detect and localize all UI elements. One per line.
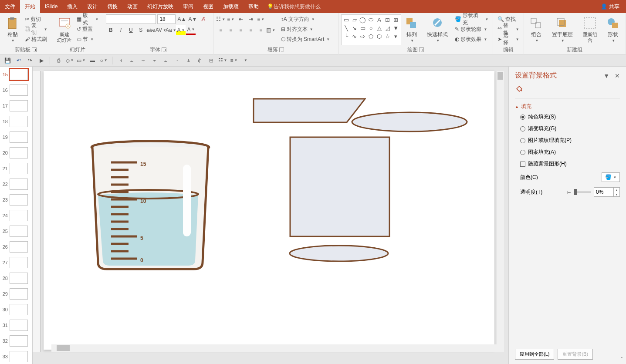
- qat-btn-5[interactable]: ○▼: [99, 56, 108, 65]
- indent-button[interactable]: ⇥: [246, 14, 256, 24]
- shape-outline-button[interactable]: ✎形状轮廓▼: [453, 24, 490, 34]
- thumb-24[interactable]: 24: [0, 208, 32, 223]
- outdent-button[interactable]: ⇤: [236, 14, 246, 24]
- thumb-29[interactable]: 29: [0, 286, 32, 302]
- thumb-30[interactable]: 30: [0, 302, 32, 317]
- shape-star-icon[interactable]: ☆: [384, 32, 392, 40]
- quickstyle-button[interactable]: 快速样式▼: [423, 14, 453, 45]
- spin-up-button[interactable]: ▲: [613, 188, 619, 192]
- trapezoid-shape[interactable]: [253, 98, 366, 123]
- spin-down-button[interactable]: ▼: [613, 192, 619, 196]
- align-c-button[interactable]: ⫠: [127, 56, 137, 65]
- shape-expand-icon[interactable]: ▾: [392, 32, 400, 40]
- bullets-button[interactable]: ☷▼: [216, 14, 226, 24]
- layout-button[interactable]: ▦版式▼: [75, 14, 100, 24]
- panel-close-button[interactable]: ✕: [615, 72, 620, 79]
- thumb-15[interactable]: 15: [0, 67, 32, 82]
- case-button[interactable]: Aa▼: [166, 25, 176, 35]
- qat-btn-2[interactable]: ◇▼: [65, 56, 74, 65]
- menu-animations[interactable]: 动画: [122, 0, 142, 13]
- paragraph-launcher[interactable]: [279, 47, 284, 52]
- font-family-input[interactable]: [106, 14, 156, 24]
- align-right-button[interactable]: ≡: [236, 25, 246, 35]
- regroup-button[interactable]: 重新组合: [578, 14, 602, 45]
- ellipse-shape-bottom[interactable]: [288, 244, 389, 263]
- bold-button[interactable]: B: [106, 25, 115, 35]
- font-size-input[interactable]: 18: [157, 14, 176, 24]
- align-m-button[interactable]: ⫠: [161, 56, 171, 65]
- font-color-button[interactable]: A▼: [186, 25, 196, 35]
- thumb-19[interactable]: 19: [0, 129, 32, 145]
- shrink-font-button[interactable]: A▼: [188, 14, 197, 24]
- menu-file[interactable]: 文件: [0, 0, 20, 13]
- fill-tab-icon[interactable]: [515, 84, 524, 93]
- pattern-fill-radio[interactable]: 图案填充(A): [515, 146, 620, 158]
- redo-button[interactable]: ↷: [25, 56, 35, 65]
- shape-textbox-icon[interactable]: ⊡: [384, 16, 392, 24]
- reset-button[interactable]: ↺重置: [75, 24, 100, 34]
- tellme-search[interactable]: 💡 告诉我你想要做什么: [267, 3, 321, 10]
- menu-view[interactable]: 视图: [198, 0, 218, 13]
- arrange-button[interactable]: 排列▼: [402, 14, 422, 45]
- font-launcher[interactable]: [162, 47, 166, 52]
- menu-home[interactable]: 开始: [20, 0, 40, 13]
- columns-button[interactable]: ▥▼: [266, 25, 276, 35]
- thumb-33[interactable]: 33: [0, 349, 32, 364]
- shape-elbow-icon[interactable]: └: [342, 32, 350, 40]
- qat-para-button[interactable]: ≡▼: [229, 56, 239, 65]
- thumb-32[interactable]: 32: [0, 333, 32, 349]
- shape-rect3-icon[interactable]: ▭: [359, 24, 367, 32]
- menu-islide[interactable]: iSlide: [40, 0, 62, 13]
- thumb-25[interactable]: 25: [0, 223, 32, 239]
- shape-hex-icon[interactable]: ⬡: [376, 32, 383, 40]
- numbering-button[interactable]: ≡▼: [226, 14, 236, 24]
- menu-insert[interactable]: 插入: [62, 0, 82, 13]
- align-center-button[interactable]: ≡: [226, 25, 236, 35]
- slide-canvas[interactable]: 15 10 5 0: [44, 71, 494, 350]
- shadow-button[interactable]: S: [136, 25, 146, 35]
- sendback-button[interactable]: 置于底层▼: [547, 14, 577, 45]
- shape-more-icon[interactable]: ⊞: [392, 16, 400, 24]
- save-button[interactable]: 💾: [3, 56, 12, 65]
- painter-button[interactable]: 🖌格式刷: [23, 34, 49, 44]
- copy-button[interactable]: ⿻复制▼: [23, 24, 49, 34]
- qat-btn-4[interactable]: ▬: [88, 56, 97, 65]
- menu-design[interactable]: 设计: [82, 0, 102, 13]
- menu-transitions[interactable]: 切换: [102, 0, 122, 13]
- shape-pent-icon[interactable]: ⬠: [367, 32, 375, 40]
- align-t-button[interactable]: ⫟: [150, 56, 159, 65]
- drawing-launcher[interactable]: [419, 47, 424, 52]
- picture-fill-radio[interactable]: 图片或纹理填充(P): [515, 135, 620, 146]
- menu-help[interactable]: 帮助: [244, 0, 264, 13]
- color-picker-button[interactable]: 🪣▼: [602, 172, 620, 182]
- qat-more-button[interactable]: ⊟: [206, 56, 216, 65]
- qat-btn-1[interactable]: ⎙: [54, 56, 63, 65]
- dist-h-button[interactable]: ⫝: [184, 56, 193, 65]
- shape-rtri-icon[interactable]: ◿: [384, 24, 392, 32]
- thumb-26[interactable]: 26: [0, 239, 32, 255]
- highlight-button[interactable]: A▼: [176, 25, 186, 35]
- menu-review[interactable]: 审阅: [178, 0, 198, 13]
- shape-scroll-icon[interactable]: ▼: [392, 24, 400, 32]
- align-left-button[interactable]: ≡: [216, 25, 226, 35]
- linespacing-button[interactable]: ≡▼: [256, 14, 266, 24]
- shape-cylinder-icon[interactable]: ⬭: [367, 16, 375, 24]
- shape-tri-icon[interactable]: △: [376, 24, 383, 32]
- shape-rect-icon[interactable]: ▭: [342, 16, 350, 24]
- thumb-17[interactable]: 17: [0, 98, 32, 114]
- new-slide-button[interactable]: 新建 幻灯片: [55, 14, 74, 45]
- shape-oval-icon[interactable]: ○: [367, 24, 375, 32]
- thumbnail-panel[interactable]: 15 16 17 18 19 20 21 22 23 24 25 26 27 2…: [0, 67, 33, 364]
- undo-button[interactable]: ↶: [14, 56, 24, 65]
- group-button[interactable]: 组合▼: [527, 14, 546, 45]
- select-button[interactable]: ➤选择▼: [496, 34, 521, 44]
- thumb-16[interactable]: 16: [0, 82, 32, 98]
- qat-list-button[interactable]: ☷▼: [218, 56, 227, 65]
- clipboard-launcher[interactable]: [32, 47, 37, 52]
- menu-slideshow[interactable]: 幻灯片放映: [142, 0, 178, 13]
- hide-bg-checkbox[interactable]: 隐藏背景图形(H): [515, 158, 620, 170]
- align-l-button[interactable]: ⫞: [116, 56, 125, 65]
- thumb-27[interactable]: 27: [0, 255, 32, 270]
- start-button[interactable]: ▶: [37, 56, 46, 65]
- underline-button[interactable]: U: [126, 25, 135, 35]
